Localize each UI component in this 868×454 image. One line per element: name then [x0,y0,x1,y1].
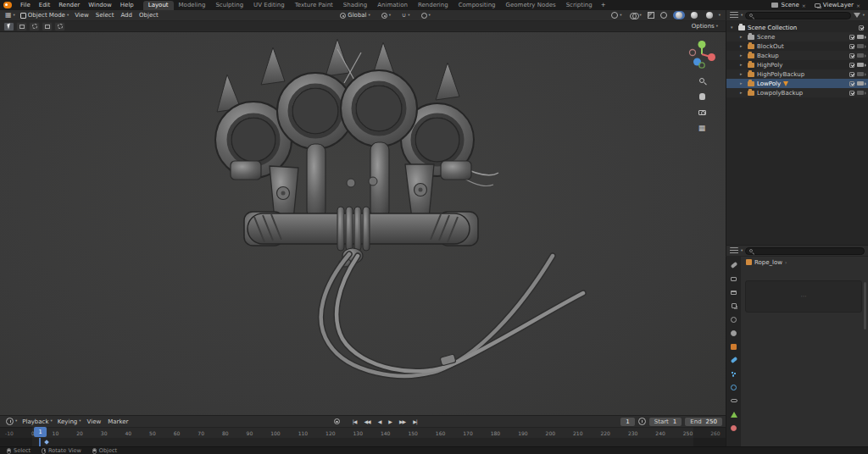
current-frame-indicator[interactable]: 1 [34,427,47,437]
editor-type-button[interactable]: ▦ ▾ [3,12,18,19]
navigation-gizmo[interactable] [687,39,717,69]
disclosure-triangle-icon[interactable]: ▸ [740,91,745,95]
timeline-editor-type-button[interactable]: ▾ [3,418,19,425]
tool-cursor-button[interactable] [54,22,65,31]
properties-tab-scene[interactable] [728,314,739,324]
auto-keying-toggle-icon[interactable] [334,418,340,424]
transform-orientation-dropdown[interactable]: Global ▾ [337,12,373,19]
menu-viewport-select[interactable]: Select [92,12,118,19]
workspace-tab-shading[interactable]: Shading [338,1,372,10]
play-button[interactable]: ▶ [387,418,393,425]
preview-range-clock-icon[interactable] [638,418,646,425]
filter-icon[interactable] [854,13,860,18]
exclude-checkbox[interactable] [849,53,854,58]
timeline-ruler[interactable]: -10 0 10 20 30 40 50 60 70 80 90 100 110… [0,427,726,438]
timeline-track-area[interactable] [0,438,726,446]
xray-toggle-icon[interactable] [648,12,654,19]
menu-window[interactable]: Window [84,2,116,8]
properties-editor-icon[interactable] [730,247,738,254]
camera-visibility-icon[interactable] [857,35,864,39]
outliner-editor-icon[interactable] [730,12,738,19]
exclude-checkbox[interactable] [849,91,854,96]
workspace-tab-geometry-nodes[interactable]: Geometry Nodes [501,1,561,10]
snapping-dropdown[interactable]: ∪ ▾ [399,13,412,19]
disclosure-triangle-icon[interactable]: ▸ [740,72,745,76]
shading-wireframe-button[interactable] [658,11,670,19]
shading-dropdown-icon[interactable]: ▾ [719,14,721,18]
workspace-tab-uv-editing[interactable]: UV Editing [248,1,290,10]
disclosure-triangle-icon[interactable]: ▸ [740,63,745,67]
shading-material-button[interactable] [688,11,700,19]
properties-tab-view-layer[interactable] [728,301,739,311]
workspace-tab-animation[interactable]: Animation [372,1,413,10]
menu-help[interactable]: Help [116,2,138,8]
proportional-editing-dropdown[interactable]: ▾ [419,13,433,19]
camera-visibility-icon[interactable] [857,44,864,48]
viewlayer-selector[interactable]: ViewLayer × [810,2,865,8]
zoom-button[interactable] [697,75,708,86]
shading-rendered-button[interactable] [704,11,715,19]
outliner-search-input[interactable] [745,12,850,19]
ortho-grid-button[interactable]: ▦ [697,123,708,134]
jump-to-start-button[interactable]: |◀ [351,418,359,425]
properties-empty-panel[interactable]: ⋯ [745,280,862,313]
properties-tab-object-data[interactable] [728,409,739,419]
menu-viewport-add[interactable]: Add [117,12,136,19]
properties-tab-output[interactable] [728,287,739,297]
disclosure-triangle-icon[interactable]: ▸ [740,44,745,48]
timeline-view-menu[interactable]: View [84,418,105,425]
outliner-row-backup[interactable]: ▸ Backup [726,51,868,60]
start-frame-field[interactable]: Start 1 [649,418,682,426]
viewport-3d[interactable]: ▦ [0,32,726,415]
outliner-row-lowpolybackup[interactable]: ▸ LowpolyBackup [726,88,868,97]
workspace-tab-sculpting[interactable]: Sculpting [210,1,248,10]
outliner-row-scene-collection[interactable]: ▾ Scene Collection [726,23,868,32]
menu-viewport-view[interactable]: View [71,12,92,19]
workspace-tab-scripting[interactable]: Scripting [561,1,598,10]
disclosure-triangle-icon[interactable]: ▸ [740,81,745,86]
tool-select-circle-button[interactable] [29,22,40,31]
workspace-tab-modeling[interactable]: Modeling [174,1,211,10]
exclude-checkbox[interactable] [849,72,854,77]
camera-view-button[interactable] [697,107,708,118]
properties-tab-physics[interactable] [728,382,739,392]
properties-tab-particles[interactable] [728,368,739,379]
playhead-line[interactable] [39,438,41,446]
menu-file[interactable]: File [16,2,35,8]
menu-viewport-object[interactable]: Object [136,12,162,19]
outliner-row-highpoly[interactable]: ▸ HighPoly [726,60,868,69]
properties-tab-material[interactable] [728,423,739,433]
properties-scrollbar[interactable] [864,282,866,329]
properties-tab-constraints[interactable] [728,396,739,406]
properties-tab-modifiers[interactable] [728,355,739,365]
pivot-point-dropdown[interactable]: ▾ [379,13,393,19]
workspace-tab-rendering[interactable]: Rendering [413,1,453,10]
exclude-checkbox[interactable] [849,44,854,49]
camera-visibility-icon[interactable] [857,72,864,76]
breadcrumb[interactable]: Rope_low › [741,257,868,268]
tool-select-lasso-button[interactable] [42,22,53,31]
previous-keyframe-button[interactable]: ◀◀ [362,418,371,425]
properties-tab-world[interactable] [728,328,739,338]
show-gizmo-dropdown[interactable]: ▾ [609,12,624,19]
tool-select-box-button[interactable] [16,22,27,31]
scene-selector[interactable]: Scene × [767,2,810,8]
exclude-checkbox[interactable] [859,25,864,30]
camera-visibility-icon[interactable] [857,63,864,67]
disclosure-triangle-icon[interactable]: ▸ [740,53,745,58]
exclude-checkbox[interactable] [849,63,854,68]
play-reverse-button[interactable]: ◀ [376,418,383,425]
pan-button[interactable] [697,91,708,102]
properties-tab-object[interactable] [728,341,739,352]
outliner-row-highpolybackup[interactable]: ▸ HighPolyBackup [726,69,868,79]
workspace-tab-texture-paint[interactable]: Texture Paint [290,1,338,10]
outliner-row-lowpoly[interactable]: ▸ LowPoly [726,79,868,88]
camera-visibility-icon[interactable] [857,91,864,95]
disclosure-triangle-icon[interactable]: ▸ [740,35,745,39]
workspace-tab-compositing[interactable]: Compositing [453,1,501,10]
end-frame-field[interactable]: End 250 [685,418,722,426]
workspace-tab-layout[interactable]: Layout [143,1,174,10]
properties-tab-render[interactable] [728,274,739,284]
exclude-checkbox[interactable] [849,81,854,86]
options-dropdown[interactable]: Options ▾ [687,23,722,30]
